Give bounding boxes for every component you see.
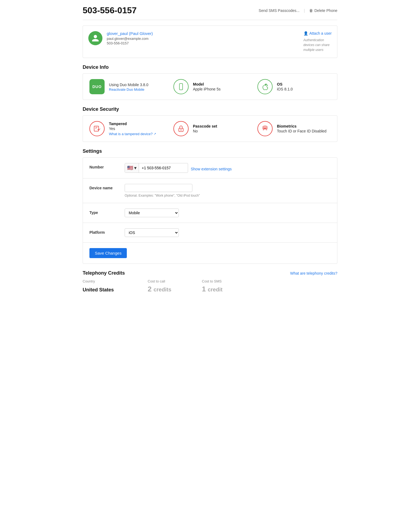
sms-credits-label: credit (208, 287, 222, 292)
save-button-row: Save Changes (83, 243, 337, 264)
avatar (88, 31, 102, 45)
tampered-icon (93, 125, 101, 132)
device-security-title: Device Security (83, 106, 337, 112)
device-info-title: Device Info (83, 64, 337, 70)
model-item: Model Apple iPhone 5s (173, 79, 247, 94)
settings-card: Number 🇺🇸 ▾ Show extension settings Devi… (83, 157, 337, 264)
user-phone: 503-556-0157 (107, 41, 288, 45)
save-changes-button[interactable]: Save Changes (89, 248, 127, 258)
phone-number-input[interactable] (139, 164, 188, 172)
type-control: Mobile Landline Tablet (125, 209, 331, 217)
device-security-section: Device Security Tampered Yes What is a t… (83, 106, 337, 142)
device-info-card: DUO Using Duo Mobile 3.8.0 Reactivate Du… (83, 73, 337, 100)
user-name-link[interactable]: glover_paul (Paul Glover) (107, 31, 288, 36)
sms-cost-number: 1 (202, 285, 206, 293)
device-name-label: Device name (89, 184, 125, 190)
biometrics-item: Biometrics Touch ID or Face ID Disabled (257, 121, 331, 136)
flag-selector[interactable]: 🇺🇸 ▾ (125, 163, 139, 173)
biometrics-value: Touch ID or Face ID Disabled (277, 129, 327, 133)
telephony-help-link[interactable]: What are telephony credits? (290, 271, 337, 275)
type-row: Type Mobile Landline Tablet (83, 203, 337, 223)
number-row: Number 🇺🇸 ▾ Show extension settings (83, 158, 337, 178)
telephony-col-headers: Country Cost to call Cost to SMS (83, 279, 337, 283)
duo-mobile-details: Using Duo Mobile 3.8.0 Reactivate Duo Mo… (109, 82, 148, 92)
telephony-data-row: United States 2 credits 1 credit (83, 285, 337, 293)
telephony-table: Country Cost to call Cost to SMS United … (83, 279, 337, 293)
phone-input[interactable]: 🇺🇸 ▾ (125, 163, 188, 173)
tampered-item: Tampered Yes What is a tampered device? … (89, 121, 163, 136)
os-item: OS iOS 8.1.0 (257, 79, 331, 94)
biometrics-details: Biometrics Touch ID or Face ID Disabled (277, 124, 327, 133)
call-cost: 2 credits (148, 285, 191, 293)
tampered-details: Tampered Yes What is a tampered device? … (109, 122, 156, 136)
number-control: 🇺🇸 ▾ Show extension settings (125, 163, 331, 173)
user-info: glover_paul (Paul Glover) paul.glover@ex… (107, 31, 288, 45)
fingerprint-icon (261, 125, 269, 132)
passcode-details: Passcode set No (193, 124, 217, 133)
telephony-title: Telephony Credits (83, 270, 125, 276)
duo-version: Using Duo Mobile 3.8.0 (109, 83, 148, 87)
model-value: Apple iPhone 5s (193, 87, 221, 91)
send-sms-button[interactable]: Send SMS Passcodes... (259, 8, 300, 13)
device-name-row: Device name Optional. Examples: "Work ph… (83, 178, 337, 203)
device-name-hint: Optional. Examples: "Work phone", "Old i… (125, 194, 331, 197)
tampered-link[interactable]: What is a tampered device? ↗ (109, 132, 156, 136)
platform-label: Platform (89, 228, 125, 235)
col-call-header: Cost to call (148, 279, 191, 283)
passcode-icon-wrap (173, 121, 189, 136)
svg-rect-2 (94, 126, 99, 131)
call-cost-number: 2 (148, 285, 151, 293)
attach-user-button[interactable]: 👤 Attach a user (303, 31, 332, 35)
os-icon-wrap (257, 79, 273, 94)
attach-label: Attach a user (309, 31, 332, 35)
biometrics-icon-wrap (257, 121, 273, 136)
passcode-item: Passcode set No (173, 121, 247, 136)
phone-input-wrap: 🇺🇸 ▾ Show extension settings (125, 163, 331, 173)
tampered-label: Tampered (109, 122, 156, 126)
telephony-header: Telephony Credits What are telephony cre… (83, 270, 337, 276)
biometrics-label: Biometrics (277, 124, 327, 128)
device-name-control: Optional. Examples: "Work phone", "Old i… (125, 184, 331, 197)
external-link-icon: ↗ (154, 132, 156, 136)
passcode-value: No (193, 129, 217, 133)
os-label: OS (277, 82, 293, 86)
delete-phone-label: Delete Phone (314, 8, 337, 13)
type-select[interactable]: Mobile Landline Tablet (125, 209, 179, 217)
phone-model-icon (177, 83, 185, 90)
type-label: Type (89, 209, 125, 215)
model-label: Model (193, 82, 221, 86)
page-title: 503-556-0157 (83, 5, 137, 15)
delete-phone-button[interactable]: 🗑 Delete Phone (309, 8, 337, 13)
svg-rect-0 (179, 83, 183, 90)
user-card: glover_paul (Paul Glover) paul.glover@ex… (83, 25, 337, 58)
header-divider: | (304, 8, 305, 13)
page-header: 503-556-0157 Send SMS Passcodes... | 🗑 D… (83, 5, 337, 20)
svg-point-6 (181, 130, 181, 130)
user-email: paul.glover@example.com (107, 37, 288, 41)
apple-icon (261, 83, 269, 90)
show-extension-link[interactable]: Show extension settings (191, 165, 232, 171)
passcode-label: Passcode set (193, 124, 217, 128)
os-details: OS iOS 8.1.0 (277, 82, 293, 91)
os-value: iOS 8.1.0 (277, 87, 293, 91)
model-details: Model Apple iPhone 5s (193, 82, 221, 91)
telephony-credits-section: Telephony Credits What are telephony cre… (83, 270, 337, 293)
attach-user-section: 👤 Attach a user Authentication devices c… (303, 31, 332, 52)
tampered-value: Yes (109, 126, 156, 131)
col-country-header: Country (83, 279, 137, 283)
duo-icon: DUO (89, 79, 105, 94)
col-sms-header: Cost to SMS (202, 279, 245, 283)
platform-control: iOS Android Windows Phone Other (125, 228, 331, 237)
trash-icon: 🗑 (309, 8, 313, 13)
person-icon (91, 34, 99, 42)
device-security-card: Tampered Yes What is a tampered device? … (83, 115, 337, 142)
platform-select[interactable]: iOS Android Windows Phone Other (125, 228, 179, 237)
attach-icon: 👤 (303, 31, 308, 35)
settings-section: Settings Number 🇺🇸 ▾ Show extension sett… (83, 148, 337, 264)
number-label: Number (89, 163, 125, 169)
platform-row: Platform iOS Android Windows Phone Other (83, 223, 337, 243)
phone-icon-wrap (173, 79, 189, 94)
device-name-input[interactable] (125, 184, 192, 192)
call-credits-label: credits (154, 287, 172, 292)
reactivate-link[interactable]: Reactivate Duo Mobile (109, 87, 148, 92)
